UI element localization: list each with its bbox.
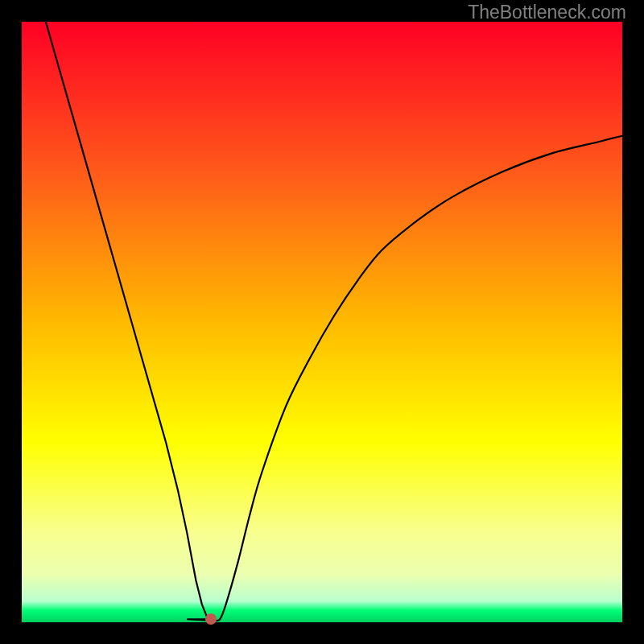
chart-plot-area xyxy=(22,22,622,622)
optimal-point-marker xyxy=(205,613,217,625)
bottleneck-curve xyxy=(22,22,622,622)
watermark-text: TheBottleneck.com xyxy=(468,2,626,23)
